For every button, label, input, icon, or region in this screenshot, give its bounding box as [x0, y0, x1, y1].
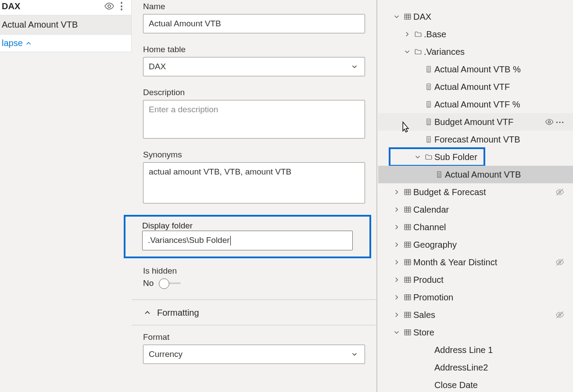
formatting-title: Formatting: [157, 308, 199, 318]
measure-icon: [433, 171, 445, 178]
table-icon: [402, 241, 413, 249]
measure-item[interactable]: Actual Amount VTB: [0, 15, 131, 35]
table-geography[interactable]: Geography: [378, 236, 573, 253]
measure-actual-vtf-pct[interactable]: Actual Amount VTF %: [378, 96, 573, 113]
column-address-line-1[interactable]: Address Line 1: [378, 341, 573, 359]
table-month-year[interactable]: Month & Year Distinct: [378, 253, 573, 271]
more-options-icon[interactable]: ⋮: [115, 0, 128, 12]
measure-icon: [423, 83, 434, 91]
column-address-line-2[interactable]: AddressLine2: [378, 359, 573, 376]
formatting-section-header[interactable]: Formatting: [143, 300, 365, 324]
is-hidden-label: Is hidden: [143, 266, 365, 276]
table-icon: [402, 276, 413, 284]
display-folder-input[interactable]: .Variances\Sub Folder: [142, 231, 353, 250]
measure-actual-vtf[interactable]: Actual Amount VTF: [378, 78, 573, 96]
table-product[interactable]: Product: [378, 271, 573, 289]
table-channel[interactable]: Channel: [378, 218, 573, 236]
display-folder-highlight: Display folder .Variances\Sub Folder: [124, 215, 371, 258]
table-icon: [402, 328, 413, 336]
table-icon: [402, 206, 413, 214]
measure-icon: [423, 135, 434, 143]
table-icon: [402, 223, 413, 231]
chevron-down-icon: [351, 63, 358, 71]
synonyms-input[interactable]: actual amount VTB, VTB, amount VTB: [143, 162, 365, 203]
table-icon: [402, 293, 413, 301]
folder-sub-folder[interactable]: Sub Folder: [378, 148, 573, 166]
hidden-icon: [555, 188, 564, 196]
text-cursor: [230, 236, 231, 246]
table-calendar[interactable]: Calendar: [378, 201, 573, 218]
table-icon: [402, 13, 413, 21]
eye-icon[interactable]: [103, 0, 115, 12]
name-label: Name: [143, 2, 365, 11]
name-input[interactable]: Actual Amount VTB: [143, 14, 365, 33]
eye-icon[interactable]: [545, 118, 554, 126]
folder-icon: [423, 153, 434, 161]
is-hidden-value: No: [143, 278, 154, 288]
format-label: Format: [143, 332, 365, 342]
home-table-select[interactable]: DAX: [143, 57, 365, 76]
format-value: Currency: [149, 349, 183, 359]
more-icon[interactable]: ⋯: [555, 116, 564, 128]
pointer-cursor-icon: [399, 121, 412, 135]
hidden-icon: [555, 310, 564, 319]
chevron-down-icon: [351, 350, 358, 358]
description-input[interactable]: Enter a description: [143, 100, 365, 139]
measure-actual-vtb[interactable]: Actual Amount VTB: [378, 166, 573, 183]
hidden-icon: [555, 258, 564, 267]
table-icon: [402, 258, 413, 266]
table-budget-forecast[interactable]: Budget & Forecast: [378, 183, 573, 201]
format-select[interactable]: Currency: [143, 345, 365, 364]
collapse-link[interactable]: lapse: [0, 35, 131, 52]
table-icon: [402, 188, 413, 196]
measure-actual-vtb-pct[interactable]: Actual Amount VTB %: [378, 61, 573, 78]
table-promotion[interactable]: Promotion: [378, 289, 573, 306]
synonyms-label: Synonyms: [143, 150, 365, 160]
description-label: Description: [143, 88, 365, 97]
measure-icon: [423, 65, 434, 73]
table-icon: [402, 311, 413, 319]
properties-panel: Name Actual Amount VTB Home table DAX De…: [132, 0, 377, 392]
table-dax[interactable]: DAX: [378, 8, 573, 25]
panel-title: DAX: [2, 1, 103, 11]
column-close-date[interactable]: Close Date: [378, 376, 573, 392]
folder-base[interactable]: .Base: [378, 25, 573, 43]
measure-icon: [423, 100, 434, 108]
table-sales[interactable]: Sales: [378, 306, 573, 324]
folder-variances[interactable]: .Variances: [378, 43, 573, 61]
panel-header: DAX ⋮: [0, 0, 131, 15]
fields-tree-panel: DAX .Base .Variances Actual Amount VTB %…: [378, 0, 573, 392]
is-hidden-toggle[interactable]: [160, 282, 181, 284]
display-folder-label: Display folder: [142, 221, 193, 230]
table-store[interactable]: Store: [378, 324, 573, 341]
home-table-label: Home table: [143, 45, 365, 54]
measure-icon: [423, 118, 434, 126]
folder-icon: [412, 30, 424, 38]
folder-icon: [412, 48, 424, 56]
home-table-value: DAX: [149, 62, 166, 71]
left-panel: DAX ⋮ Actual Amount VTB lapse: [0, 0, 132, 52]
collapse-text: lapse: [2, 38, 23, 48]
